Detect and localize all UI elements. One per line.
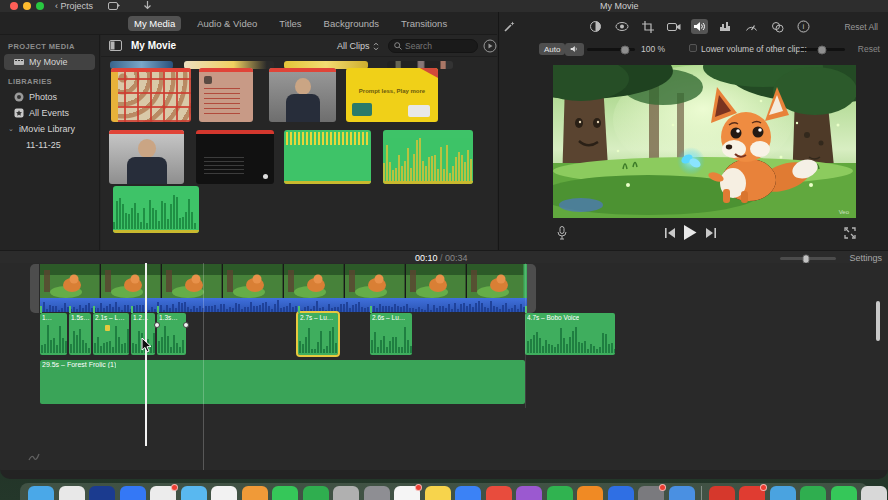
speed-icon[interactable] xyxy=(743,19,760,34)
close-window-button[interactable] xyxy=(10,2,18,10)
zoom-window-button[interactable] xyxy=(36,2,44,10)
download-arrow-icon[interactable] xyxy=(143,1,152,11)
info-icon[interactable]: i xyxy=(795,19,812,34)
dock-app-icon[interactable] xyxy=(425,486,451,500)
lower-volume-slider[interactable] xyxy=(799,48,845,51)
auto-volume-button[interactable]: Auto xyxy=(539,43,565,55)
tab-transitions[interactable]: Transitions xyxy=(395,16,453,31)
filters-icon[interactable] xyxy=(769,19,786,34)
dock-app-icon[interactable] xyxy=(364,486,390,500)
fade-handle[interactable] xyxy=(183,322,189,328)
tab-titles[interactable]: Titles xyxy=(273,16,307,31)
enhance-wand-icon[interactable] xyxy=(503,20,516,33)
video-audio-track[interactable] xyxy=(40,298,527,312)
lower-volume-checkbox[interactable] xyxy=(689,44,697,52)
fullscreen-icon[interactable] xyxy=(844,227,856,239)
reset-all-button[interactable]: Reset All xyxy=(844,22,878,32)
audio-clip[interactable]: 2.6s – Lu… xyxy=(370,313,412,355)
dock-app-icon[interactable] xyxy=(739,486,765,500)
search-input[interactable] xyxy=(405,41,467,51)
playhead[interactable] xyxy=(145,263,147,446)
audio-clip[interactable]: 1.5s… xyxy=(69,313,91,355)
dock-app-icon[interactable] xyxy=(303,486,329,500)
audio-clip-selected[interactable]: 2.7s – Lu… xyxy=(298,313,338,355)
audio-clip-thumbnail[interactable] xyxy=(284,130,371,184)
timeline-settings-button[interactable]: Settings xyxy=(849,253,882,263)
dock-app-icon[interactable] xyxy=(669,486,695,500)
clip-trim-handle-left[interactable] xyxy=(30,264,39,313)
audio-clip[interactable]: 1.3s… xyxy=(157,313,186,355)
dock[interactable] xyxy=(20,483,868,500)
audio-clip-thumbnail[interactable] xyxy=(383,130,473,184)
dock-app-icon[interactable] xyxy=(394,486,420,500)
dock-app-icon[interactable] xyxy=(211,486,237,500)
clip-thumbnail-screen-recording[interactable] xyxy=(196,130,274,184)
voiceover-mic-icon[interactable] xyxy=(557,226,567,240)
tab-audio-video[interactable]: Audio & Video xyxy=(191,16,263,31)
dock-app-icon[interactable] xyxy=(486,486,512,500)
noise-equalizer-icon[interactable] xyxy=(717,19,734,34)
dock-app-icon[interactable] xyxy=(89,486,115,500)
mute-button[interactable] xyxy=(565,43,584,56)
timeline-scrollbar[interactable] xyxy=(876,301,880,341)
search-field[interactable] xyxy=(388,39,478,53)
volume-icon[interactable] xyxy=(691,19,708,34)
audio-clip-thumbnail[interactable] xyxy=(113,186,199,233)
dock-app-icon[interactable] xyxy=(516,486,542,500)
dock-app-icon[interactable] xyxy=(638,486,664,500)
clip-thumbnail-presenter2[interactable] xyxy=(109,130,184,184)
dock-app-icon[interactable] xyxy=(28,486,54,500)
dock-app-icon[interactable] xyxy=(577,486,603,500)
dock-app-icon[interactable] xyxy=(608,486,634,500)
reset-button[interactable]: Reset xyxy=(858,44,880,54)
audio-clip-voice[interactable]: 4.7s – Bobo Voice xyxy=(525,313,615,355)
skip-back-icon[interactable] xyxy=(665,228,676,238)
dock-app-icon[interactable] xyxy=(547,486,573,500)
beat-marker[interactable] xyxy=(105,325,110,331)
preview-viewer[interactable]: Veo xyxy=(553,65,856,218)
dock-app-icon[interactable] xyxy=(333,486,359,500)
fade-handle[interactable] xyxy=(154,322,160,328)
timeline-zoom-slider[interactable] xyxy=(780,257,836,260)
color-balance-icon[interactable] xyxy=(613,19,630,34)
dock-app-icon[interactable] xyxy=(455,486,481,500)
stabilization-camera-icon[interactable] xyxy=(665,19,682,34)
sidebar-item-my-movie[interactable]: My Movie xyxy=(4,54,95,70)
clip-thumbnail-presenter[interactable] xyxy=(269,68,336,122)
color-correction-icon[interactable] xyxy=(587,19,604,34)
back-to-projects-button[interactable]: ‹ Projects xyxy=(55,1,93,11)
dock-app-icon[interactable] xyxy=(242,486,268,500)
clip-thumbnail-promo[interactable]: Prompt less, Play more xyxy=(346,68,438,122)
dock-app-icon[interactable] xyxy=(709,486,735,500)
clip-trim-handle-right[interactable] xyxy=(527,264,536,313)
dock-app-icon[interactable] xyxy=(800,486,826,500)
dock-app-icon[interactable] xyxy=(272,486,298,500)
dock-app-icon[interactable] xyxy=(861,486,887,500)
audio-clip[interactable]: 2.1s – L… xyxy=(93,313,129,355)
audio-clip[interactable]: 1… xyxy=(40,313,67,355)
crop-icon[interactable] xyxy=(639,19,656,34)
sidebar-item-imovie-library[interactable]: ⌄ iMovie Library xyxy=(4,121,95,137)
clips-filter-dropdown[interactable]: All Clips xyxy=(337,41,379,51)
import-media-icon[interactable] xyxy=(108,1,120,11)
tab-my-media[interactable]: My Media xyxy=(128,16,181,31)
volume-slider[interactable] xyxy=(587,48,635,51)
play-icon[interactable] xyxy=(683,225,697,240)
dock-app-icon[interactable] xyxy=(59,486,85,500)
clip-thumbnail-collage[interactable] xyxy=(111,68,191,122)
sidebar-item-photos[interactable]: Photos xyxy=(4,89,95,105)
dock-app-icon[interactable] xyxy=(770,486,796,500)
autoplay-circle-icon[interactable] xyxy=(483,39,497,53)
tab-backgrounds[interactable]: Backgrounds xyxy=(318,16,385,31)
background-music-clip[interactable]: 29.5s – Forest Frolic (1) xyxy=(40,360,525,404)
dock-app-icon[interactable] xyxy=(150,486,176,500)
dock-app-icon[interactable] xyxy=(831,486,857,500)
video-clip-filmstrip[interactable] xyxy=(40,264,527,298)
clip-thumbnail-notes-card[interactable] xyxy=(199,68,253,122)
skip-forward-icon[interactable] xyxy=(705,228,716,238)
minimize-window-button[interactable] xyxy=(23,2,31,10)
sidebar-item-library-date[interactable]: 11-11-25 xyxy=(4,137,95,153)
sidebar-item-all-events[interactable]: All Events xyxy=(4,105,95,121)
dock-app-icon[interactable] xyxy=(181,486,207,500)
toggle-sidebar-icon[interactable] xyxy=(109,40,122,51)
